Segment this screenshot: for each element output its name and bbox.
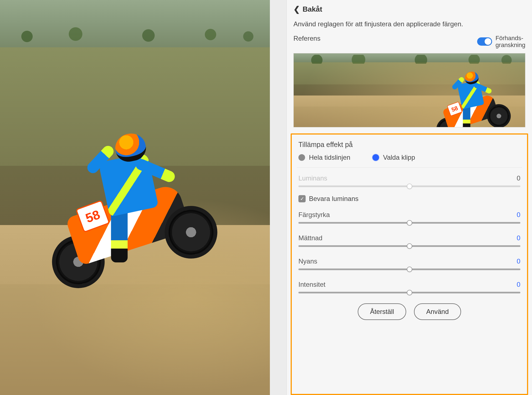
slider-label: Intensitet <box>298 281 325 288</box>
apply-effect-title: Tillämpa effekt på <box>297 140 522 153</box>
slider-value: 0 <box>513 234 520 242</box>
slider-label: Nyans <box>298 257 317 265</box>
action-buttons: Återställ Använd <box>297 301 522 321</box>
slider-track[interactable] <box>298 222 520 224</box>
radio-whole-timeline[interactable]: Hela tidslinjen <box>298 154 350 161</box>
radio-selected-clips[interactable]: Valda klipp <box>372 154 415 161</box>
slider-thumb[interactable] <box>407 290 412 295</box>
slider-thumb[interactable] <box>407 267 412 272</box>
slider-luminance: Luminans 0 <box>297 172 522 195</box>
preserve-luminance-checkbox[interactable]: ✓ Bevara luminans <box>297 195 522 208</box>
slider-track[interactable] <box>298 269 520 270</box>
slider-value: 0 <box>513 211 520 219</box>
panel-gap <box>270 0 287 395</box>
chevron-left-icon: ❮ <box>293 6 300 13</box>
radio-label: Valda klipp <box>383 154 415 161</box>
reference-row: Referens Förhands- granskning <box>287 33 532 51</box>
thumb-scene: 58 <box>294 53 525 127</box>
checkbox-icon: ✓ <box>298 195 306 202</box>
scene-trees <box>0 8 270 55</box>
preview-toggle-group: Förhands- granskning <box>477 35 525 49</box>
video-preview: 58 <box>0 0 270 395</box>
slider-thumb[interactable] <box>407 243 412 249</box>
preview-toggle[interactable] <box>477 37 492 46</box>
slider-thumb[interactable] <box>407 220 412 226</box>
radio-icon <box>298 154 305 161</box>
reference-label: Referens <box>293 35 320 42</box>
effect-settings-highlight: Tillämpa effekt på Hela tidslinjen Valda… <box>291 133 528 395</box>
apply-button[interactable]: Använd <box>414 303 461 320</box>
slider-track[interactable] <box>298 185 520 187</box>
checkbox-label: Bevara luminans <box>309 195 359 203</box>
reference-thumbnail[interactable]: 58 <box>293 53 525 127</box>
slider-value: 0 <box>513 257 520 265</box>
slider-saturation: Mättnad 0 <box>297 231 522 255</box>
slider-value: 0 <box>513 281 520 288</box>
apply-effect-radio-group: Hela tidslinjen Valda klipp <box>297 153 522 168</box>
preview-scene: 58 <box>0 0 270 395</box>
toggle-knob <box>485 38 491 45</box>
slider-track[interactable] <box>298 292 520 293</box>
instruction-text: Använd reglagen för att finjustera den a… <box>287 17 532 33</box>
reset-button[interactable]: Återställ <box>358 303 406 320</box>
slider-hue: Nyans 0 <box>297 255 522 278</box>
slider-intensity: Intensitet 0 <box>297 278 522 301</box>
back-label: Bakåt <box>303 5 322 14</box>
scene-rider: 58 <box>35 115 206 286</box>
preview-toggle-label: Förhands- granskning <box>495 35 525 49</box>
slider-thumb[interactable] <box>407 184 412 189</box>
slider-track[interactable] <box>298 245 520 247</box>
slider-label: Färgstyrka <box>298 211 330 219</box>
back-button[interactable]: ❮ Bakåt <box>287 0 532 17</box>
radio-icon <box>372 154 379 161</box>
app-root: 58 ❮ Bakåt Använd reglagen för att finju… <box>0 0 532 395</box>
controls-panel: ❮ Bakåt Använd reglagen för att finjuste… <box>287 0 532 395</box>
slider-value: 0 <box>513 174 520 182</box>
radio-label: Hela tidslinjen <box>309 154 350 161</box>
slider-label: Luminans <box>298 174 327 182</box>
slider-color-strength: Färgstyrka 0 <box>297 208 522 231</box>
slider-label: Mättnad <box>298 234 323 242</box>
